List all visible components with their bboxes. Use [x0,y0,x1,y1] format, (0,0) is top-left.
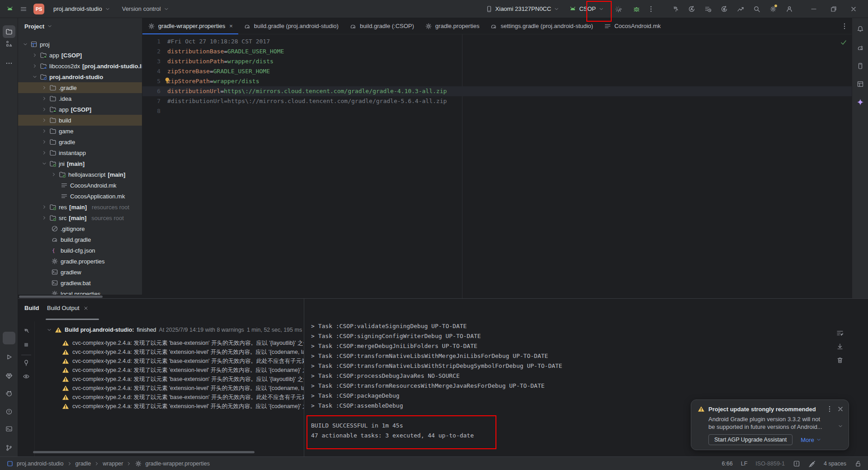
tree-item-build.gradle[interactable]: build.gradle [18,234,142,245]
code-editor[interactable]: 1#Fri Oct 27 10:18:28 CST 20172distribut… [142,34,852,298]
stripe-item-problems[interactable] [3,405,15,418]
vcs-widget[interactable]: Version control [119,4,172,14]
tree-item-CocosApplication.mk[interactable]: CocosApplication.mk [18,191,142,202]
search-icon[interactable] [753,5,760,13]
stripe-item-run[interactable] [3,351,15,363]
tree-item-jni[interactable]: jni[main] [18,158,142,169]
tree-item-.idea[interactable]: .idea [18,93,142,104]
tree-item-CocosAndroid.mk[interactable]: CocosAndroid.mk [18,180,142,191]
run-in-progress-spinner-icon[interactable] [615,5,622,13]
tree-item-gradlew.bat[interactable]: gradlew.bat [18,277,142,288]
breadcrumb-item[interactable]: proj.android-studio [17,461,64,467]
chevron-right-icon[interactable] [42,107,47,112]
stripe-item-layout-inspector[interactable] [854,78,867,90]
stripe-item-more[interactable] [3,57,15,70]
chevron-down-icon[interactable] [32,74,38,80]
file-encoding[interactable]: ISO-8859-1 [755,461,785,467]
stripe-item-app-quality-insights[interactable] [3,370,15,382]
stripe-item-project-view[interactable] [3,25,15,38]
tab-settings.gradleproj.android-studio[interactable]: settings.gradle (proj.android-studio) [485,18,599,34]
build-toolbar-filter-hammer[interactable] [23,328,30,336]
stripe-item-build[interactable] [3,332,15,344]
scroll-to-end-icon[interactable] [836,343,844,350]
build-warning-row[interactable]: cvc-complex-type.2.4.a: 发现了以元素 'base-ext… [35,338,304,348]
tab-gradle.properties[interactable]: gradle.properties [420,18,485,34]
settings-icon[interactable] [769,5,777,13]
tree-item-gradlew[interactable]: gradlew [18,267,142,277]
build-tree-hscrollbar[interactable] [33,451,255,453]
chevron-right-icon[interactable] [32,63,38,69]
debug-icon[interactable] [633,5,640,13]
chevron-right-icon[interactable] [42,150,47,155]
build-warning-row[interactable]: cvc-complex-type.2.4.a: 发现了以元素 'base-ext… [35,375,304,384]
tree-item-src[interactable]: src[main]sources root [18,212,142,223]
profiler-icon[interactable] [737,5,744,13]
build-toolbar-pin[interactable] [23,359,30,368]
notification-close-icon[interactable] [837,405,844,413]
start-agp-upgrade-button[interactable]: Start AGP Upgrade Assistant [708,434,793,445]
soft-wrap-icon[interactable] [836,329,844,337]
close-tab-icon[interactable]: × [229,23,233,29]
tree-item-game[interactable]: game [18,126,142,136]
inspections-widget-icon[interactable] [793,460,800,467]
tree-item-app[interactable]: app[CSOP] [18,50,142,61]
chevron-right-icon[interactable] [32,52,38,58]
minimize-button[interactable] [804,0,824,18]
tree-item-build[interactable]: build [18,115,142,126]
write-access-icon[interactable] [854,460,862,467]
indent-setting[interactable]: 4 spaces [824,461,846,467]
build-warning-row[interactable]: cvc-complex-type.2.4.d: 发现了以元素 'base-ext… [35,393,304,402]
main-menu-icon[interactable] [20,5,27,13]
chevron-right-icon[interactable] [42,85,47,90]
clear-all-icon[interactable] [836,357,844,364]
project-tree[interactable]: projapp[CSOP]libcocos2dx[proj.android-st… [18,34,142,295]
stripe-item-device-manager[interactable] [854,60,867,72]
stripe-item-notifications[interactable] [854,23,867,35]
debug-restart-icon[interactable] [721,5,728,13]
tree-item-libcocos2dx[interactable]: libcocos2dx[proj.android-studio.libcocos… [18,61,142,71]
tree-item-build-cfg.json[interactable]: { }build-cfg.json [18,245,142,256]
inspections-ok-icon[interactable] [840,39,847,46]
stripe-item-terminal[interactable] [3,423,15,435]
notification-more-link[interactable]: More [801,437,821,443]
build-hammer-icon[interactable] [672,5,679,13]
line-separator[interactable]: LF [741,461,748,467]
user-account-icon[interactable] [786,5,793,13]
tree-item-gradle[interactable]: gradle [18,136,142,147]
tree-item-.gradle[interactable]: .gradle [18,82,142,93]
stripe-item-version-control[interactable] [3,442,15,454]
tree-item-res[interactable]: res[main]resources root [18,202,142,212]
chevron-down-icon[interactable] [42,161,47,166]
chevron-right-icon[interactable] [42,118,47,123]
build-summary-row[interactable]: Build proj.android-studio: finished At 2… [35,325,302,335]
intention-bulb-icon[interactable] [164,77,171,84]
breadcrumb-item[interactable]: gradle-wrapper.properties [145,461,209,467]
breadcrumb[interactable]: proj.android-studiogradlewrappergradle-w… [6,460,210,467]
tree-item-hellojavascript[interactable]: hellojavascript[main] [18,169,142,180]
tree-item-instantapp[interactable]: instantapp [18,147,142,158]
tree-item-app[interactable]: app[CSOP] [18,104,142,115]
chevron-right-icon[interactable] [42,139,47,145]
chevron-right-icon[interactable] [42,128,47,134]
more-actions-icon[interactable] [647,5,655,13]
stripe-item-gemini[interactable] [854,96,867,108]
build-warning-row[interactable]: cvc-complex-type.2.4.a: 发现了以元素 'extensio… [35,384,304,393]
highlighting-level-icon[interactable] [808,460,816,467]
tab-build-output[interactable]: Build Output [47,305,89,311]
sync-a-icon[interactable] [688,5,695,13]
tree-item-proj[interactable]: proj [18,39,142,50]
tree-item-local.properties[interactable]: local.properties [18,288,142,295]
device-selector[interactable]: Xiaomi 23127PN0CC [483,4,562,14]
project-tool-window-header[interactable]: Project [18,18,142,34]
project-tree-hscrollbar[interactable] [19,296,103,298]
chevron-right-icon[interactable] [42,204,47,210]
tree-item-proj.android-studio[interactable]: proj.android-studio [18,71,142,82]
build-events-tree[interactable]: Build proj.android-studio: finished At 2… [35,321,304,452]
tab-options-icon[interactable] [841,23,848,30]
chevron-down-icon[interactable] [23,42,28,47]
breadcrumb-item[interactable]: gradle [75,461,91,467]
build-splitter[interactable] [304,299,304,457]
project-selector[interactable]: proj.android-studio [51,4,113,14]
tab-build.gradleCSOP[interactable]: build.gradle (:CSOP) [344,18,420,34]
build-warning-row[interactable]: cvc-complex-type.2.4.d: 发现了以元素 'base-ext… [35,357,304,366]
